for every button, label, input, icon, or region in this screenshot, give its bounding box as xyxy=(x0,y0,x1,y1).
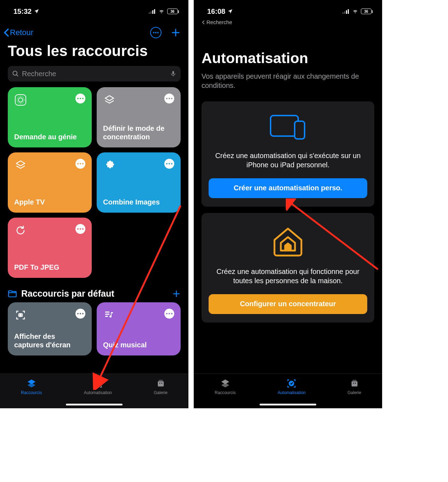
cellular-icon xyxy=(149,9,156,14)
card-menu-icon[interactable] xyxy=(164,309,174,319)
card-menu-icon[interactable] xyxy=(75,309,85,319)
search-input[interactable] xyxy=(22,70,167,78)
svg-point-4 xyxy=(153,32,154,33)
right-phone: 16:08 36 Recherche Automatisation Vos ap… xyxy=(194,0,382,408)
svg-point-47 xyxy=(355,383,356,384)
page-subtitle: Vos appareils peuvent réagir aux changem… xyxy=(194,72,382,90)
tab-shortcuts[interactable]: Raccourcis xyxy=(215,378,236,395)
puzzle-icon xyxy=(103,159,116,172)
search-bar[interactable] xyxy=(8,66,181,82)
back-button[interactable]: Retour xyxy=(4,28,33,37)
card-label: Quiz musical xyxy=(103,341,174,349)
refresh-icon xyxy=(14,224,27,237)
default-shortcut-grid: Afficher des captures d'écran Quiz music… xyxy=(0,302,188,355)
tab-label: Galerie xyxy=(154,390,168,395)
tab-automation[interactable]: Automatisation xyxy=(84,378,112,395)
card-label: Demande au génie xyxy=(14,133,85,141)
svg-rect-24 xyxy=(105,314,109,315)
svg-point-6 xyxy=(157,32,159,33)
svg-marker-17 xyxy=(16,161,25,166)
svg-rect-3 xyxy=(154,9,155,14)
wifi-icon xyxy=(158,9,165,14)
card-menu-icon[interactable] xyxy=(75,159,85,169)
shortcut-card[interactable]: Afficher des captures d'écran xyxy=(8,302,92,355)
shortcut-card[interactable]: Combine Images xyxy=(97,152,181,213)
card-menu-icon[interactable] xyxy=(164,94,174,103)
search-icon xyxy=(12,70,19,77)
card-menu-icon[interactable] xyxy=(75,224,85,234)
section-title: Raccourcis par défaut xyxy=(21,288,114,299)
personal-desc: Créez une automatisation qui s'exécute s… xyxy=(209,151,367,170)
svg-point-22 xyxy=(20,314,21,316)
svg-rect-40 xyxy=(295,121,305,139)
card-label: Définir le mode de concentration xyxy=(103,124,174,141)
svg-rect-11 xyxy=(172,71,174,74)
tab-label: Raccourcis xyxy=(215,390,236,395)
svg-line-10 xyxy=(17,75,18,76)
card-menu-icon[interactable] xyxy=(75,94,85,103)
svg-point-32 xyxy=(161,383,162,384)
shortcut-grid: Demande au génie Définir le mode de conc… xyxy=(0,87,188,278)
tab-gallery[interactable]: Galerie xyxy=(347,378,361,395)
shortcut-card[interactable]: PDF To JPEG xyxy=(8,218,92,278)
breadcrumb[interactable]: Recherche xyxy=(194,18,382,25)
add-button[interactable] xyxy=(171,28,181,38)
svg-rect-44 xyxy=(351,381,357,386)
home-icon xyxy=(209,225,367,257)
configure-hub-button[interactable]: Configurer un concentrateur xyxy=(209,294,367,314)
home-indicator[interactable] xyxy=(66,404,123,405)
tab-label: Galerie xyxy=(347,390,361,395)
svg-rect-30 xyxy=(159,380,163,381)
home-indicator[interactable] xyxy=(260,404,316,405)
svg-point-5 xyxy=(155,32,157,33)
svg-rect-1 xyxy=(151,11,152,14)
create-personal-automation-button[interactable]: Créer une automatisation perso. xyxy=(209,178,367,198)
status-time: 16:08 xyxy=(207,7,225,16)
more-button[interactable] xyxy=(150,27,161,38)
svg-rect-38 xyxy=(348,9,349,14)
card-label: Apple TV xyxy=(14,198,85,206)
breadcrumb-label: Recherche xyxy=(206,19,232,25)
personal-automation-card: Créez une automatisation qui s'exécute s… xyxy=(202,101,374,207)
left-phone: 15:32 36 Retour To xyxy=(0,0,188,408)
tab-automation[interactable]: Automatisation xyxy=(278,378,306,395)
tab-bar: Raccourcis Automatisation Galerie xyxy=(0,374,188,408)
card-menu-icon[interactable] xyxy=(164,159,174,169)
mic-icon[interactable] xyxy=(170,70,176,78)
svg-rect-35 xyxy=(342,12,344,14)
tab-label: Automatisation xyxy=(84,390,112,395)
svg-marker-27 xyxy=(28,383,36,387)
tab-gallery[interactable]: Galerie xyxy=(154,378,168,395)
wifi-icon xyxy=(352,9,359,14)
layers-icon xyxy=(103,94,116,106)
svg-rect-29 xyxy=(158,381,164,386)
status-bar: 16:08 36 xyxy=(194,0,382,18)
tab-bar: Raccourcis Automatisation Galerie xyxy=(194,374,382,408)
layers-icon xyxy=(14,159,27,172)
cellular-icon xyxy=(342,9,350,14)
battery-icon: 36 xyxy=(167,9,178,14)
shortcut-card[interactable]: Apple TV xyxy=(8,152,92,213)
devices-icon xyxy=(209,113,367,141)
svg-rect-25 xyxy=(105,316,108,317)
card-label: Combine Images xyxy=(103,198,174,206)
location-icon xyxy=(34,9,39,14)
status-bar: 15:32 36 xyxy=(0,0,188,18)
tab-shortcuts[interactable]: Raccourcis xyxy=(21,378,42,395)
svg-rect-37 xyxy=(346,10,347,14)
shortcut-card[interactable]: Demande au génie xyxy=(8,87,92,147)
tab-label: Raccourcis xyxy=(21,390,42,395)
folder-icon xyxy=(8,290,17,298)
shortcut-card[interactable]: Définir le mode de concentration xyxy=(97,87,181,147)
shortcut-card[interactable]: Quiz musical xyxy=(97,302,181,355)
card-label: PDF To JPEG xyxy=(14,263,85,271)
svg-rect-45 xyxy=(352,380,356,381)
svg-point-46 xyxy=(353,383,354,384)
location-icon xyxy=(227,9,233,14)
svg-point-31 xyxy=(159,383,160,384)
svg-rect-0 xyxy=(149,12,150,14)
svg-marker-16 xyxy=(105,96,114,101)
section-add-button[interactable] xyxy=(172,290,181,298)
svg-marker-42 xyxy=(221,383,229,387)
tab-label: Automatisation xyxy=(278,390,306,395)
